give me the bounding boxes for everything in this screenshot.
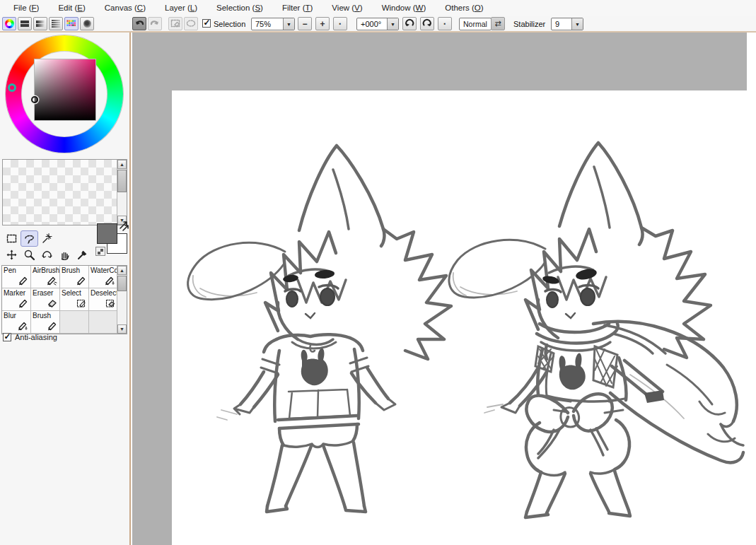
canvas-viewport[interactable] [132, 33, 747, 545]
watercolor-icon [18, 320, 28, 332]
brush-label: Pen [4, 266, 16, 274]
scratchpad-panel-button[interactable] [80, 17, 94, 30]
zoom-level-value: 75% [252, 20, 283, 28]
scroll-up-icon[interactable]: ▲ [117, 160, 127, 169]
tool-zoom[interactable] [21, 247, 38, 263]
antialias-checkbox[interactable] [3, 333, 11, 341]
brush-blur[interactable]: Blur [2, 311, 31, 334]
brush-pen[interactable]: Pen [2, 266, 31, 288]
rotation-angle-combo[interactable]: +000° ▼ [356, 18, 399, 30]
menu-item-edit[interactable]: Edit (E) [52, 1, 91, 14]
blend-mode-button[interactable]: Normal [459, 18, 492, 30]
square-icon: ▪ [444, 20, 446, 27]
transparent-color-button[interactable] [95, 247, 105, 256]
canvas-page[interactable] [172, 90, 747, 545]
plus-icon: + [320, 19, 325, 29]
brush-label: Select [62, 289, 81, 297]
brush-brush[interactable]: Brush [31, 311, 60, 334]
selection-transform-button[interactable] [184, 17, 198, 30]
brush-palette: PenAirBrushBrushWaterCoMarkerEraserSelec… [1, 265, 127, 334]
menu-item-layer[interactable]: Layer (L) [158, 1, 204, 14]
menu-item-view[interactable]: View (V) [325, 1, 368, 14]
tool-rect-select[interactable] [3, 230, 21, 247]
zoom-level-combo[interactable]: 75% ▼ [251, 18, 295, 30]
hsv-sliders-panel-button[interactable] [33, 17, 47, 30]
brush-label: Blur [4, 312, 16, 320]
undo-icon [134, 18, 145, 30]
swatches-panel[interactable]: ▲ ▼ [2, 159, 127, 225]
color-wheel[interactable] [6, 35, 123, 153]
zoom-in-button[interactable]: + [315, 17, 330, 30]
color-wheel-panel-button[interactable] [2, 17, 16, 30]
scroll-up-icon[interactable]: ▲ [117, 266, 127, 275]
undo-button[interactable] [132, 17, 146, 30]
tool-eyedropper[interactable] [74, 247, 91, 263]
brush-brush[interactable]: Brush [60, 266, 89, 288]
saturation-value-marker[interactable] [31, 96, 38, 103]
foreground-background-colors [95, 222, 131, 262]
tool-rotate[interactable] [38, 247, 56, 263]
menu-item-canvas[interactable]: Canvas (C) [98, 1, 152, 14]
rgb-sliders-panel-button[interactable] [18, 17, 32, 30]
chevron-down-icon[interactable]: ▼ [283, 18, 294, 30]
sketch-drawing [172, 90, 747, 545]
chevron-down-icon[interactable]: ▼ [571, 18, 583, 30]
swatches-icon [66, 20, 76, 28]
left-panel: ▲ ▼ PenAirBrushBrushWaterCoMarkerEraserS… [0, 33, 131, 545]
scrollbar-thumb[interactable] [117, 170, 127, 192]
deselect-icon [105, 298, 115, 310]
palette-scrollbar[interactable]: ▲ ▼ [117, 266, 127, 334]
menu-item-selection[interactable]: Selection (S) [210, 1, 269, 14]
color-mixer-panel-button[interactable] [49, 17, 63, 30]
tool-magic-wand[interactable] [38, 230, 56, 247]
menu-item-others[interactable]: Others (O) [438, 1, 489, 14]
chevron-down-icon[interactable]: ▼ [387, 18, 398, 30]
menu-bar: File (F)Edit (E)Canvas (C)Layer (L)Selec… [0, 0, 756, 16]
brush-select[interactable]: Select [60, 288, 89, 311]
rotate-cw-button[interactable] [420, 17, 434, 30]
redo-icon [149, 18, 161, 30]
zoom-reset-button[interactable]: ▪ [333, 17, 347, 30]
flip-horizontal-button[interactable]: ⇄ [491, 17, 505, 30]
rotation-angle-value: +000° [357, 20, 387, 28]
menu-item-window[interactable]: Window (W) [376, 1, 433, 14]
brush-label: Marker [4, 289, 25, 297]
brush-label: Eraser [33, 289, 53, 297]
flip-icon: ⇄ [494, 19, 501, 28]
stabilizer-combo[interactable]: 9 ▼ [551, 18, 583, 30]
rotate-reset-button[interactable]: ▪ [438, 17, 452, 30]
foreground-color-chip[interactable] [97, 223, 117, 244]
brush-deselect[interactable]: Deselect [89, 288, 118, 311]
swap-colors-icon[interactable] [119, 221, 129, 231]
tool-lasso[interactable] [21, 230, 38, 247]
brush-eraser[interactable]: Eraser [31, 288, 60, 311]
deselect-tool-button[interactable] [168, 17, 182, 30]
scratchpad-icon [83, 20, 91, 28]
menu-item-file[interactable]: File (F) [7, 1, 45, 14]
tool-hand[interactable] [56, 247, 74, 263]
rect-select-icon [6, 233, 18, 245]
brush-label: AirBrush [33, 266, 59, 274]
redo-button[interactable] [148, 17, 162, 30]
menu-item-filter[interactable]: Filter (T) [276, 1, 319, 14]
hue-marker[interactable] [8, 83, 16, 92]
tool-empty-slot [74, 230, 91, 247]
stabilizer-label: Stabilizer [513, 20, 545, 28]
rotate-ccw-button[interactable] [402, 17, 417, 30]
brush-waterco[interactable]: WaterCo [89, 266, 118, 288]
swatches-scrollbar[interactable]: ▲ ▼ [117, 160, 127, 225]
brush-marker[interactable]: Marker [2, 288, 31, 311]
stabilizer-value: 9 [552, 20, 571, 28]
saturation-value-square[interactable] [34, 59, 96, 121]
scroll-down-icon[interactable]: ▼ [117, 324, 127, 334]
eraser-icon [47, 298, 57, 310]
scrollbar-thumb[interactable] [117, 276, 127, 291]
blend-mode-value: Normal [463, 20, 487, 28]
zoom-out-button[interactable]: − [298, 17, 312, 30]
brush-label: WaterCo [91, 266, 118, 274]
tool-move[interactable] [3, 247, 21, 263]
swatches-panel-button[interactable] [64, 17, 78, 30]
hand-icon [59, 249, 71, 261]
brush-airbrush[interactable]: AirBrush [31, 266, 60, 288]
selection-checkbox[interactable] [202, 19, 211, 28]
